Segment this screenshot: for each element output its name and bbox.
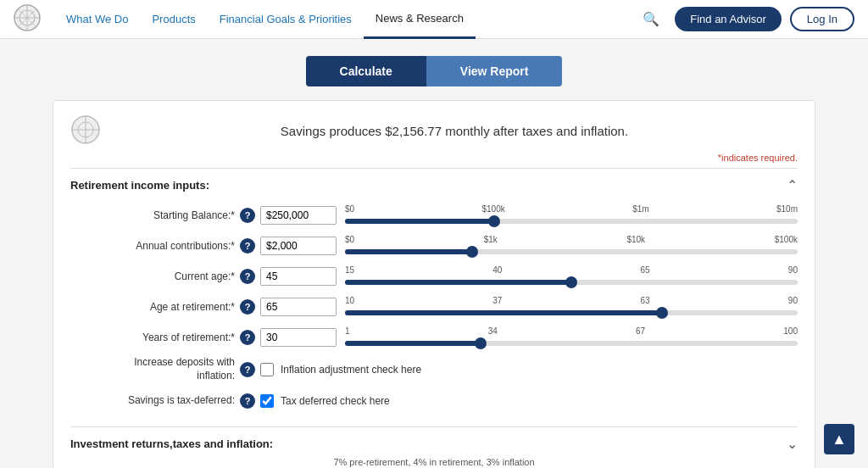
nav-item-news-research[interactable]: News & Research xyxy=(364,0,476,39)
calculator-card: Savings produces $2,156.77 monthly after… xyxy=(53,100,815,468)
slider-thumb-current-age[interactable] xyxy=(565,276,577,288)
help-tax-deferred-checkbox[interactable]: ? xyxy=(240,393,255,409)
help-starting-balance[interactable]: ? xyxy=(240,208,255,223)
slider-track-starting-balance xyxy=(345,219,798,224)
find-advisor-button[interactable]: Find an Advisor xyxy=(675,7,782,31)
slider-current-age: 15 40 65 90 xyxy=(345,265,798,288)
required-note: *indicates required. xyxy=(70,153,798,163)
label-years-retirement: Years of retirement:* xyxy=(70,332,240,343)
nav-item-financial-goals[interactable]: Financial Goals & Priorities xyxy=(208,0,364,39)
section2-header[interactable]: Investment returns,taxes and inflation: … xyxy=(70,426,798,457)
row-inflation-checkbox: Increase deposits withinflation: ? Infla… xyxy=(70,356,798,382)
section2-title: Investment returns,taxes and inflation: xyxy=(70,437,273,450)
help-age-retirement[interactable]: ? xyxy=(240,299,255,315)
label-annual-contributions: Annual contributions:* xyxy=(70,240,240,252)
slider-labels-starting-balance: $0 $100k $1m $10m xyxy=(345,204,798,214)
row-years-retirement: Years of retirement:* ? 1 34 67 100 xyxy=(70,326,798,349)
input-age-retirement[interactable] xyxy=(260,298,337,316)
slider-track-age-retirement xyxy=(345,310,798,315)
slider-track-current-age xyxy=(345,280,798,285)
section2-subtitle: 7% pre-retirement, 4% in retirement, 3% … xyxy=(70,457,798,468)
nav-item-what-we-do[interactable]: What We Do xyxy=(54,0,140,39)
input-current-age[interactable] xyxy=(260,267,337,286)
slider-fill-age-retirement xyxy=(345,310,662,315)
slider-labels-current-age: 15 40 65 90 xyxy=(345,265,798,275)
slider-thumb-starting-balance[interactable] xyxy=(488,215,500,227)
input-starting-balance[interactable] xyxy=(260,206,337,225)
slider-fill-starting-balance xyxy=(345,219,494,224)
help-current-age[interactable]: ? xyxy=(240,269,255,284)
help-annual-contributions[interactable]: ? xyxy=(240,238,255,254)
section2-chevron: ⌄ xyxy=(787,436,798,452)
slider-fill-current-age xyxy=(345,280,571,285)
slider-thumb-age-retirement[interactable] xyxy=(656,307,668,319)
slider-annual-contributions: $0 $1k $10k $100k xyxy=(345,235,798,258)
slider-fill-annual-contributions xyxy=(345,249,472,254)
label-tax-deferred-checkbox: Savings is tax-deferred: xyxy=(70,394,240,408)
search-button[interactable]: 🔍 xyxy=(636,8,666,31)
slider-thumb-years-retirement[interactable] xyxy=(475,337,487,349)
login-button[interactable]: Log In xyxy=(790,7,854,31)
checkbox-inflation-text: Inflation adjustment check here xyxy=(281,364,421,376)
main-content: Calculate View Report Savings produces $… xyxy=(0,39,868,468)
scroll-to-top-button[interactable]: ▲ xyxy=(824,424,854,454)
slider-starting-balance: $0 $100k $1m $10m xyxy=(345,204,798,227)
view-report-button[interactable]: View Report xyxy=(426,56,563,86)
slider-thumb-annual-contributions[interactable] xyxy=(466,246,478,258)
row-current-age: Current age:* ? 15 40 65 90 xyxy=(70,265,798,288)
row-annual-contributions: Annual contributions:* ? $0 $1k $10k $10… xyxy=(70,234,798,258)
checkbox-inflation[interactable] xyxy=(260,363,274,376)
slider-track-annual-contributions xyxy=(345,249,798,254)
slider-years-retirement: 1 34 67 100 xyxy=(345,326,798,349)
calc-tagline: Savings produces $2,156.77 monthly after… xyxy=(111,124,798,138)
calculate-button[interactable]: Calculate xyxy=(306,56,426,86)
card-logo xyxy=(70,114,101,148)
help-years-retirement[interactable]: ? xyxy=(240,330,255,345)
label-current-age: Current age:* xyxy=(70,270,240,282)
input-years-retirement[interactable] xyxy=(260,328,337,347)
label-age-retirement: Age at retirement:* xyxy=(70,301,240,313)
label-inflation-checkbox: Increase deposits withinflation: xyxy=(70,356,240,382)
checkbox-tax-deferred-text: Tax deferred check here xyxy=(281,395,390,407)
nav-links: What We Do Products Financial Goals & Pr… xyxy=(54,0,476,39)
card-header: Savings produces $2,156.77 monthly after… xyxy=(70,114,798,148)
slider-track-years-retirement xyxy=(345,341,798,346)
slider-labels-annual-contributions: $0 $1k $10k $100k xyxy=(345,235,798,244)
nav-right: 🔍 Find an Advisor Log In xyxy=(636,7,854,31)
nav-item-products[interactable]: Products xyxy=(140,0,207,39)
slider-age-retirement: 10 37 63 90 xyxy=(345,296,798,319)
action-buttons: Calculate View Report xyxy=(17,56,851,86)
inputs-area: Starting Balance:* ? $0 $100k $1m $10m xyxy=(70,200,798,426)
checkbox-tax-deferred[interactable] xyxy=(260,394,274,408)
slider-labels-age-retirement: 10 37 63 90 xyxy=(345,296,798,305)
slider-labels-years-retirement: 1 34 67 100 xyxy=(345,326,798,336)
help-inflation-checkbox[interactable]: ? xyxy=(240,362,255,377)
logo[interactable] xyxy=(14,4,41,34)
slider-fill-years-retirement xyxy=(345,341,481,346)
row-starting-balance: Starting Balance:* ? $0 $100k $1m $10m xyxy=(70,203,798,227)
label-starting-balance: Starting Balance:* xyxy=(70,209,240,221)
navbar: What We Do Products Financial Goals & Pr… xyxy=(0,0,868,39)
section1-header[interactable]: Retirement income inputs: ⌃ xyxy=(70,168,798,200)
row-tax-deferred-checkbox: Savings is tax-deferred: ? Tax deferred … xyxy=(70,389,798,413)
section1-chevron: ⌃ xyxy=(787,177,798,193)
input-annual-contributions[interactable] xyxy=(260,237,337,255)
row-age-retirement: Age at retirement:* ? 10 37 63 90 xyxy=(70,295,798,319)
section1-title: Retirement income inputs: xyxy=(70,179,209,192)
